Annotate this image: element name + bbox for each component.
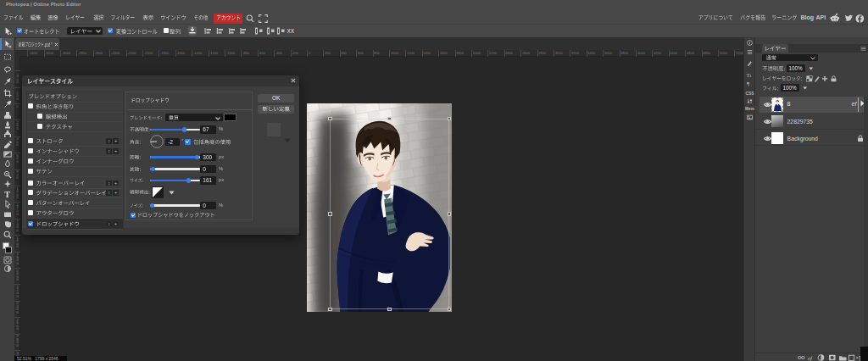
svg-text:ef: ef bbox=[808, 354, 813, 361]
svg-text:T: T bbox=[4, 190, 10, 198]
